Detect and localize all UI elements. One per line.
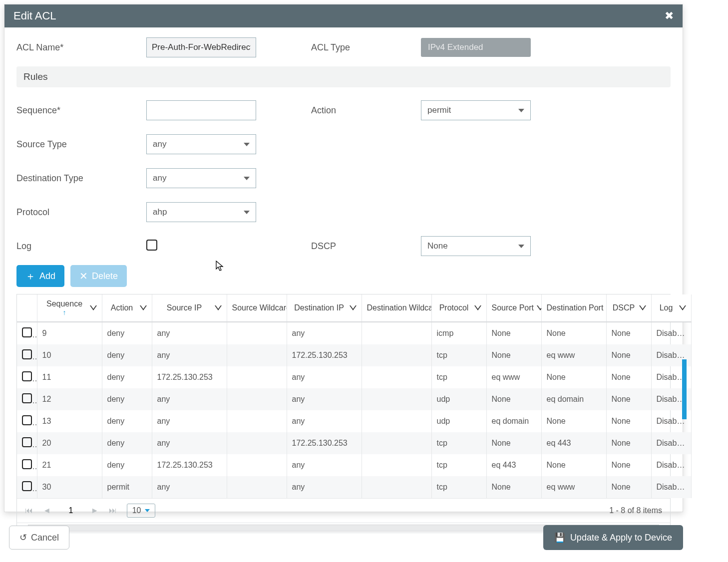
col-dscp[interactable]: DSCP — [606, 294, 651, 322]
chevron-down-icon — [518, 245, 524, 248]
acl-type-display: IPv4 Extended — [421, 38, 531, 57]
sequence-label: Sequence* — [16, 105, 146, 116]
log-checkbox[interactable] — [146, 240, 157, 251]
cell-destination-wildcard — [362, 454, 431, 476]
cell-source-port: eq www — [486, 366, 541, 388]
cell-source-wildcard — [227, 344, 287, 366]
row-checkbox[interactable] — [22, 349, 32, 359]
add-button[interactable]: ＋Add — [16, 265, 64, 287]
cell-action: permit — [102, 476, 152, 498]
cell-source-ip: 172.25.130.253 — [152, 454, 227, 476]
cell-log: Disabled — [651, 322, 691, 344]
vertical-scrollbar-thumb[interactable] — [682, 359, 687, 419]
cell-source-ip: 172.25.130.253 — [152, 366, 227, 388]
filter-icon[interactable] — [474, 305, 481, 310]
cell-sequence: 12 — [37, 388, 102, 410]
table-row[interactable]: 10denyany172.25.130.253tcpNoneeq wwwNone… — [17, 344, 691, 366]
row-checkbox[interactable] — [22, 393, 32, 403]
cell-protocol: udp — [431, 388, 486, 410]
row-checkbox[interactable] — [22, 327, 32, 337]
sequence-input[interactable] — [146, 100, 256, 120]
cell-sequence: 20 — [37, 432, 102, 454]
cancel-button[interactable]: ↺Cancel — [9, 526, 69, 550]
filter-icon[interactable] — [215, 305, 222, 310]
col-destination-ip[interactable]: Destination IP — [287, 294, 362, 322]
filter-icon[interactable] — [90, 305, 97, 310]
col-source-port[interactable]: Source Port — [486, 294, 541, 322]
protocol-label: Protocol — [16, 207, 146, 218]
filter-icon[interactable] — [679, 305, 686, 310]
protocol-select[interactable]: ahp — [146, 202, 256, 222]
close-icon[interactable]: ✖ — [665, 9, 674, 22]
pager-last-icon[interactable]: ⏭ — [109, 506, 117, 515]
acl-name-input[interactable] — [146, 37, 256, 57]
cell-sequence: 9 — [37, 322, 102, 344]
cell-source-wildcard — [227, 322, 287, 344]
pager-next-icon[interactable]: ► — [91, 506, 99, 515]
table-row[interactable]: 12denyanyanyudpNoneeq domainNoneDisabled — [17, 388, 691, 410]
table-row[interactable]: 30permitanyanytcpNoneeq wwwNoneDisabled — [17, 476, 691, 498]
cell-destination-ip: any — [287, 388, 362, 410]
row-checkbox[interactable] — [22, 415, 32, 425]
chevron-down-icon — [518, 109, 524, 112]
cell-action: deny — [102, 322, 152, 344]
page-size-select[interactable]: 10 — [127, 504, 156, 518]
col-source-wildcard[interactable]: Source Wildcard — [227, 294, 287, 322]
cell-source-port: None — [486, 344, 541, 366]
table-row[interactable]: 13denyanyanyudpeq domainNoneNoneDisabled — [17, 410, 691, 432]
table-row[interactable]: 21deny172.25.130.253anytcpeq 443NoneNone… — [17, 454, 691, 476]
cell-destination-wildcard — [362, 322, 431, 344]
col-sequence[interactable]: Sequence↑ — [37, 294, 102, 322]
filter-icon[interactable] — [140, 305, 147, 310]
delete-button[interactable]: ✕Delete — [70, 265, 127, 287]
cell-dscp: None — [606, 410, 651, 432]
cell-source-ip: any — [152, 344, 227, 366]
source-type-select[interactable]: any — [146, 134, 256, 154]
cell-protocol: tcp — [431, 476, 486, 498]
pager-first-icon[interactable]: ⏮ — [25, 506, 33, 515]
pager: ⏮ ◄ ► ⏭ 10 1 - 8 of 8 items — [17, 498, 670, 523]
col-destination-port[interactable]: Destination Port — [541, 294, 606, 322]
cell-destination-port: None — [541, 454, 606, 476]
chevron-down-icon — [145, 509, 150, 512]
col-log[interactable]: Log — [651, 294, 691, 322]
cell-protocol: udp — [431, 410, 486, 432]
filter-icon[interactable] — [639, 305, 646, 310]
dscp-label: DSCP — [311, 241, 421, 252]
col-action[interactable]: Action — [102, 294, 152, 322]
cell-protocol: tcp — [431, 454, 486, 476]
cell-destination-wildcard — [362, 388, 431, 410]
cell-sequence: 30 — [37, 476, 102, 498]
filter-icon[interactable] — [350, 305, 357, 310]
table-row[interactable]: 11deny172.25.130.253anytcpeq wwwNoneNone… — [17, 366, 691, 388]
col-protocol[interactable]: Protocol — [431, 294, 486, 322]
pager-prev-icon[interactable]: ◄ — [43, 506, 51, 515]
table-row[interactable]: 9denyanyanyicmpNoneNoneNoneDisabled — [17, 322, 691, 344]
update-apply-button[interactable]: 💾Update & Apply to Device — [543, 525, 683, 550]
row-checkbox[interactable] — [22, 459, 32, 469]
cell-destination-port: eq domain — [541, 388, 606, 410]
dscp-select[interactable]: None — [421, 236, 531, 256]
col-destination-wildcard[interactable]: Destination Wildcard — [362, 294, 431, 322]
acl-name-label: ACL Name* — [16, 42, 146, 53]
cell-source-port: eq 443 — [486, 454, 541, 476]
chevron-down-icon — [244, 143, 250, 146]
destination-type-select[interactable]: any — [146, 168, 256, 188]
action-select[interactable]: permit — [421, 100, 531, 120]
row-checkbox[interactable] — [22, 371, 32, 381]
chevron-down-icon — [244, 211, 250, 214]
filter-icon[interactable] — [537, 305, 541, 310]
cell-dscp: None — [606, 454, 651, 476]
cell-destination-ip: any — [287, 476, 362, 498]
col-source-ip[interactable]: Source IP — [152, 294, 227, 322]
dialog-title: Edit ACL — [13, 9, 56, 22]
table-row[interactable]: 20denyany172.25.130.253tcpNoneeq 443None… — [17, 432, 691, 454]
row-checkbox[interactable] — [22, 481, 32, 491]
cell-destination-port: None — [541, 410, 606, 432]
cell-source-ip: any — [152, 322, 227, 344]
log-label: Log — [16, 241, 146, 252]
row-checkbox[interactable] — [22, 437, 32, 447]
select-all-header[interactable] — [17, 294, 37, 322]
cell-source-wildcard — [227, 410, 287, 432]
page-number-input[interactable] — [61, 506, 81, 515]
